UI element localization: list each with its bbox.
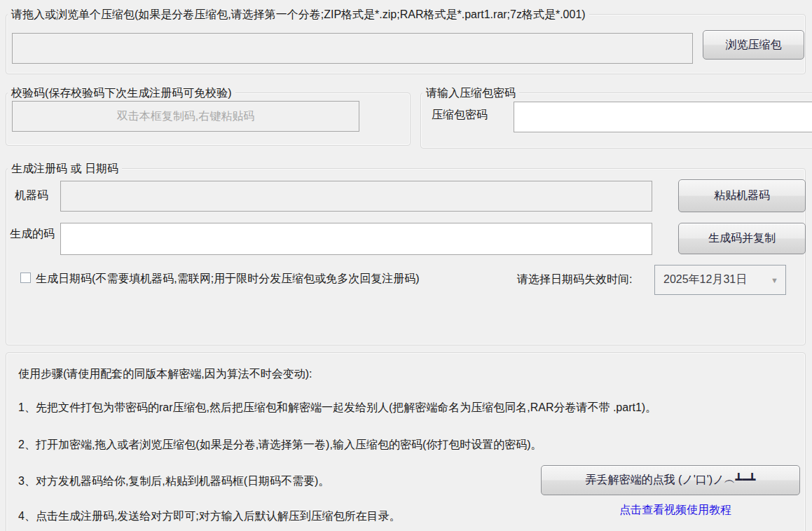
instruction-step-2: 2、打开加密端,拖入或者浏览压缩包(如果是分卷,请选择第一卷),输入压缩包的密码… (18, 438, 542, 453)
archive-password-input[interactable] (514, 102, 812, 132)
date-code-checkbox-label[interactable]: 生成日期码(不需要填机器码,需联网;用于限时分发压缩包或免多次回复注册码) (36, 272, 420, 287)
expiry-date-label: 请选择日期码失效时间: (517, 273, 632, 287)
chevron-down-icon: ▼ (771, 276, 778, 284)
instruction-step-3: 3、对方发机器码给你,复制后,粘贴到机器码框(日期码不需要)。 (18, 474, 329, 489)
generate-group-label: 生成注册码 或 日期码 (8, 161, 122, 177)
generate-and-copy-button[interactable]: 生成码并复制 (678, 223, 806, 254)
password-group: 请输入压缩包密码 压缩包密码 (420, 92, 812, 149)
instruction-step-4: 4、点击生成注册码,发送给对方即可;对方输入后默认解压到压缩包所在目录。 (18, 509, 401, 524)
paste-machine-code-button[interactable]: 粘贴机器码 (678, 179, 806, 212)
instructions-title: 使用步骤(请使用配套的同版本解密端,因为算法不时会变动): (18, 367, 312, 382)
expiry-date-combobox[interactable]: 2025年12月31日 ▼ (654, 265, 786, 295)
checksum-group-label: 校验码(保存校验码下次生成注册码可免校验) (8, 85, 235, 101)
machine-code-input[interactable] (60, 181, 652, 212)
machine-code-label: 机器码 (15, 188, 48, 203)
video-tutorial-link[interactable]: 点击查看视频使用教程 (605, 503, 745, 518)
browse-archive-button[interactable]: 浏览压缩包 (703, 30, 804, 60)
lost-decryptor-button[interactable]: 弄丢解密端的点我 (ノ'口')ノ︵┻━┻ (541, 465, 800, 495)
password-field-label: 压缩包密码 (432, 108, 488, 123)
generated-code-input[interactable] (60, 223, 652, 255)
archive-group-label: 请拖入或浏览单个压缩包(如果是分卷压缩包,请选择第一个分卷;ZIP格式是*.zi… (8, 7, 589, 22)
encryptor-window: 请拖入或浏览单个压缩包(如果是分卷压缩包,请选择第一个分卷;ZIP格式是*.zi… (0, 0, 812, 531)
archive-group: 请拖入或浏览单个压缩包(如果是分卷压缩包,请选择第一个分卷;ZIP格式是*.zi… (6, 14, 806, 74)
date-code-checkbox[interactable] (20, 273, 31, 283)
generated-code-label: 生成的码 (10, 227, 55, 242)
generate-group: 生成注册码 或 日期码 机器码 粘贴机器码 生成的码 生成码并复制 生成日期码(… (6, 168, 806, 345)
checksum-input[interactable] (12, 101, 359, 132)
expiry-date-value: 2025年12月31日 (663, 273, 747, 287)
instructions-group: 使用步骤(请使用配套的同版本解密端,因为算法不时会变动): 1、先把文件打包为带… (6, 352, 806, 531)
checksum-group: 校验码(保存校验码下次生成注册码可免校验) (6, 92, 411, 146)
instruction-step-1: 1、先把文件打包为带密码的rar压缩包,然后把压缩包和解密端一起发给别人(把解密… (18, 401, 656, 415)
password-group-label: 请输入压缩包密码 (422, 85, 519, 101)
archive-path-input[interactable] (12, 33, 693, 64)
